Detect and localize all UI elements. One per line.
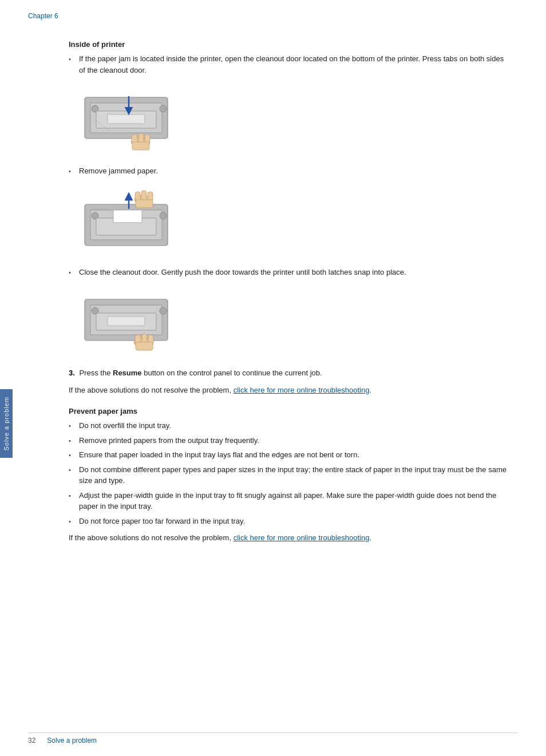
prevent-dot-1: • bbox=[69, 421, 79, 431]
footer-page-number: 32 bbox=[28, 737, 35, 745]
bullet-text-1: If the paper jam is located inside the p… bbox=[79, 53, 512, 76]
prevent-text-2: Remove printed papers from the output tr… bbox=[79, 435, 512, 446]
step-3-line: 3. Press the Resume button on the contro… bbox=[69, 367, 512, 379]
prevent-bullet-2: • Remove printed papers from the output … bbox=[69, 435, 512, 446]
prevent-bullet-3: • Ensure that paper loaded in the input … bbox=[69, 449, 512, 461]
bullet-text-2: Remove jammed paper. bbox=[79, 165, 512, 177]
prevent-bullet-1: • Do not overfill the input tray. bbox=[69, 420, 512, 432]
prevent-heading: Prevent paper jams bbox=[69, 407, 512, 415]
resolve-para-1: If the above solutions do not resolve th… bbox=[69, 385, 512, 396]
bullet-dot-3: • bbox=[69, 268, 79, 278]
svg-point-28 bbox=[160, 307, 167, 314]
prevent-dot-5: • bbox=[69, 491, 79, 501]
footer-section: Solve a problem bbox=[47, 737, 97, 745]
online-link-1[interactable]: click here for more online troubleshooti… bbox=[234, 386, 370, 394]
svg-rect-35 bbox=[136, 342, 153, 350]
prevent-text-5: Adjust the paper-width guide in the inpu… bbox=[79, 490, 512, 512]
prevent-dot-4: • bbox=[69, 465, 79, 475]
prevent-list: • Do not overfill the input tray. • Remo… bbox=[69, 420, 512, 527]
main-content: Inside of printer • If the paper jam is … bbox=[69, 40, 512, 588]
printer-svg-1 bbox=[79, 86, 179, 153]
svg-rect-18 bbox=[113, 210, 142, 223]
prevent-text-1: Do not overfill the input tray. bbox=[79, 420, 512, 432]
svg-point-16 bbox=[160, 212, 167, 219]
printer-svg-2 bbox=[79, 187, 179, 255]
prevent-bullet-5: • Adjust the paper-width guide in the in… bbox=[69, 490, 512, 512]
bullet-dot-1: • bbox=[69, 54, 79, 64]
bullet-dot-2: • bbox=[69, 167, 79, 176]
svg-rect-24 bbox=[136, 200, 153, 208]
step3-text-pre: Press the bbox=[79, 369, 113, 377]
step3-bold: Resume bbox=[113, 369, 142, 377]
prevent-bullet-6: • Do not force paper too far forward in … bbox=[69, 516, 512, 527]
step3-text-post: button on the control panel to continue … bbox=[142, 369, 322, 377]
online-link-2[interactable]: click here for more online troubleshooti… bbox=[234, 533, 370, 542]
svg-rect-11 bbox=[132, 142, 149, 150]
prevent-section: Prevent paper jams • Do not overfill the… bbox=[69, 407, 512, 544]
prevent-text-6: Do not force paper too far forward in th… bbox=[79, 516, 512, 527]
resolve-prefix-2: If the above solutions do not resolve th… bbox=[69, 533, 234, 542]
bullet-item-1: • If the paper jam is located inside the… bbox=[69, 53, 512, 76]
svg-point-3 bbox=[160, 105, 167, 112]
prevent-bullet-4: • Do not combine different paper types a… bbox=[69, 464, 512, 486]
prevent-text-3: Ensure that paper loaded in the input tr… bbox=[79, 449, 512, 461]
prevent-text-4: Do not combine different paper types and… bbox=[79, 464, 512, 486]
side-tab: Solve a problem bbox=[0, 389, 13, 458]
side-tab-text: Solve a problem bbox=[3, 397, 10, 451]
prevent-dot-2: • bbox=[69, 436, 79, 446]
resolve-para-2: If the above solutions do not resolve th… bbox=[69, 532, 512, 544]
bullet-item-3: • Close the cleanout door. Gently push t… bbox=[69, 267, 512, 278]
prevent-dot-6: • bbox=[69, 517, 79, 527]
svg-rect-5 bbox=[108, 114, 145, 124]
printer-image-1 bbox=[79, 86, 512, 155]
printer-svg-3 bbox=[79, 288, 179, 355]
bullet-text-3: Close the cleanout door. Gently push the… bbox=[79, 267, 512, 278]
printer-image-3 bbox=[79, 288, 512, 357]
bullet-item-2: • Remove jammed paper. bbox=[69, 165, 512, 177]
prevent-dot-3: • bbox=[69, 450, 79, 460]
svg-rect-30 bbox=[108, 316, 145, 326]
inside-printer-heading: Inside of printer bbox=[69, 40, 512, 49]
resolve-suffix-1: . bbox=[369, 386, 371, 394]
chapter-label: Chapter 6 bbox=[28, 12, 58, 20]
resolve-suffix-2: . bbox=[369, 533, 371, 542]
resolve-prefix-1: If the above solutions do not resolve th… bbox=[69, 386, 234, 394]
step-number-3: 3. bbox=[69, 369, 75, 377]
footer: 32 Solve a problem bbox=[28, 733, 518, 745]
printer-image-2 bbox=[79, 187, 512, 256]
